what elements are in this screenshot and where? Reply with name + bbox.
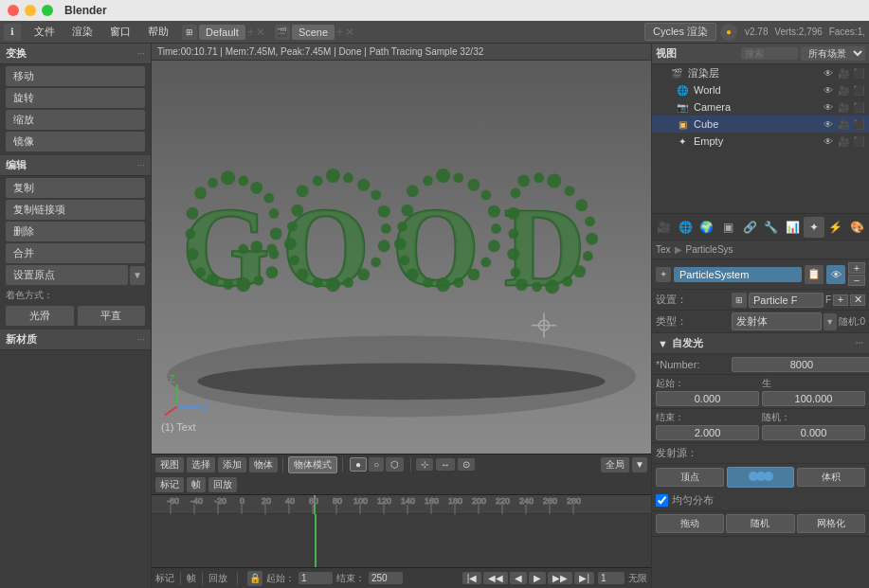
vp-object-btn[interactable]: 物体 bbox=[249, 457, 278, 472]
empty-eye-btn[interactable]: 👁 bbox=[822, 134, 835, 148]
vp-select-btn[interactable]: 选择 bbox=[187, 457, 215, 472]
emission-header[interactable]: ▼ 自发光 ··· bbox=[652, 333, 869, 354]
tl-end-input[interactable]: 250 bbox=[369, 572, 403, 584]
set-origin-btn[interactable]: 设置原点 bbox=[6, 265, 128, 285]
cube-cam-btn[interactable]: 🎥 bbox=[837, 117, 850, 131]
delete-btn[interactable]: 删除 bbox=[6, 222, 145, 241]
outliner-item-render-layer[interactable]: 🎬 渲染层 👁 🎥 ⬛ bbox=[652, 64, 869, 81]
blender-logo[interactable]: ℹ bbox=[4, 24, 21, 41]
number-input[interactable]: 8000 bbox=[732, 357, 869, 372]
props-data-btn[interactable]: 📊 bbox=[783, 217, 804, 238]
type-dropdown[interactable]: 发射体 bbox=[732, 312, 822, 330]
outliner-item-cube[interactable]: ▣ Cube 👁 🎥 ⬛ bbox=[652, 116, 869, 133]
eye-btn[interactable]: 👁 bbox=[822, 66, 835, 80]
cam-btn[interactable]: 🎥 bbox=[837, 66, 850, 80]
props-scene-btn[interactable]: 🌐 bbox=[676, 217, 697, 238]
props-physics-btn[interactable]: ⚡ bbox=[825, 217, 846, 238]
render-btn[interactable]: ⬛ bbox=[852, 66, 865, 80]
maximize-window-button[interactable] bbox=[42, 5, 53, 16]
empty-cam-btn[interactable]: 🎥 bbox=[837, 134, 850, 148]
source-vertex-btn[interactable]: 顶点 bbox=[656, 468, 724, 487]
ps-minus-btn[interactable]: − bbox=[848, 275, 865, 286]
world-render-btn[interactable]: ⬛ bbox=[852, 83, 865, 97]
empty-render-btn[interactable]: ⬛ bbox=[852, 134, 865, 148]
props-render-btn[interactable]: 🎥 bbox=[654, 217, 675, 238]
manipulator-btn[interactable]: ↔ bbox=[436, 458, 455, 471]
props-particle-btn[interactable]: ✦ bbox=[804, 217, 824, 238]
minimize-window-button[interactable] bbox=[25, 5, 36, 16]
settings-minus-btn[interactable]: ✕ bbox=[850, 294, 865, 306]
type-dropdown-arrow[interactable]: ▼ bbox=[824, 313, 837, 330]
tl-lock-btn[interactable]: 🔒 bbox=[247, 571, 263, 586]
ps-active-btn[interactable]: 👁 bbox=[826, 265, 845, 284]
global-dropdown[interactable]: ▼ bbox=[632, 457, 647, 472]
jump-end-btn[interactable]: ▶| bbox=[574, 572, 594, 584]
global-local-btn[interactable]: 全局 bbox=[601, 457, 629, 472]
workspace-selector[interactable]: Default bbox=[199, 25, 245, 40]
camera-cam-btn[interactable]: 🎥 bbox=[837, 100, 850, 114]
outliner-item-camera[interactable]: 📷 Camera 👁 🎥 ⬛ bbox=[652, 98, 869, 116]
vp-mode-btn[interactable]: 物体模式 bbox=[288, 456, 337, 473]
source-volume-btn[interactable]: 体积 bbox=[797, 468, 865, 487]
wire-mode-btn[interactable]: ○ bbox=[369, 457, 384, 472]
next-frame-btn[interactable]: ▶▶ bbox=[548, 572, 572, 584]
vp-add-btn[interactable]: 添加 bbox=[218, 457, 246, 472]
vp-view-btn[interactable]: 视图 bbox=[155, 457, 184, 472]
transform-panel-header[interactable]: 变换 ··· bbox=[0, 44, 151, 64]
set-origin-dropdown[interactable]: ▼ bbox=[130, 266, 145, 285]
cube-render-btn[interactable]: ⬛ bbox=[852, 117, 865, 131]
props-constraints-btn[interactable]: 🔗 bbox=[739, 217, 760, 238]
outliner-item-world[interactable]: 🌐 World 👁 🎥 ⬛ bbox=[652, 81, 869, 98]
render-engine-btn[interactable]: Cycles 渲染 bbox=[644, 23, 716, 41]
grid-btn[interactable]: 网格化 bbox=[797, 514, 865, 533]
world-eye-btn[interactable]: 👁 bbox=[822, 83, 835, 97]
prev-frame-btn[interactable]: ◀◀ bbox=[483, 572, 508, 584]
props-world-btn[interactable]: 🌍 bbox=[697, 217, 717, 238]
outliner-filter[interactable]: 所有场景 bbox=[801, 46, 865, 61]
end-input[interactable]: 2.000 bbox=[656, 425, 759, 440]
menu-render[interactable]: 渲染 bbox=[64, 23, 100, 41]
settings-dropdown[interactable]: Particle F bbox=[749, 293, 824, 308]
tl-current-input[interactable]: 1 bbox=[598, 572, 625, 584]
duplicate-linked-btn[interactable]: 复制链接项 bbox=[6, 200, 145, 220]
menu-file[interactable]: 文件 bbox=[27, 23, 63, 41]
cube-eye-btn[interactable]: 👁 bbox=[822, 117, 835, 131]
solid-mode-btn[interactable]: ● bbox=[350, 457, 367, 472]
smooth-btn[interactable]: 光滑 bbox=[6, 306, 74, 326]
start-input[interactable]: 0.000 bbox=[656, 391, 759, 406]
new-material-panel-header[interactable]: 新材质 ··· bbox=[0, 330, 151, 350]
world-cam-btn[interactable]: 🎥 bbox=[837, 83, 850, 97]
edit-panel-header[interactable]: 编辑 ··· bbox=[0, 155, 151, 176]
timeline-content[interactable] bbox=[152, 514, 651, 567]
menu-window[interactable]: 窗口 bbox=[102, 23, 138, 41]
outliner-item-empty[interactable]: ✦ Empty 👁 🎥 ⬛ bbox=[652, 133, 869, 150]
life-input[interactable]: 100.000 bbox=[762, 391, 865, 406]
move-btn[interactable]: 移动 bbox=[6, 66, 145, 86]
jump-start-btn[interactable]: |◀ bbox=[462, 572, 482, 584]
tl-marker-btn[interactable]: 标记 bbox=[155, 477, 184, 492]
tl-playback-btn[interactable]: 回放 bbox=[208, 477, 237, 492]
proportional-btn[interactable]: ⊙ bbox=[458, 458, 475, 471]
particle-system-name-btn[interactable]: ParticleSystem bbox=[674, 267, 802, 282]
random-order-btn[interactable]: 随机 bbox=[726, 514, 794, 533]
play-btn[interactable]: ▶ bbox=[529, 572, 546, 584]
camera-eye-btn[interactable]: 👁 bbox=[822, 100, 835, 114]
scale-btn[interactable]: 缩放 bbox=[6, 110, 145, 130]
tl-start-input[interactable]: 1 bbox=[299, 572, 333, 584]
settings-plus-btn[interactable]: + bbox=[833, 294, 848, 306]
join-btn[interactable]: 合并 bbox=[6, 243, 145, 263]
mirror-btn[interactable]: 镜像 bbox=[6, 132, 145, 151]
random-input[interactable]: 0.000 bbox=[762, 425, 865, 440]
texture-mode-btn[interactable]: ⬡ bbox=[386, 457, 404, 472]
scene-selector[interactable]: Scene bbox=[292, 25, 335, 40]
props-object-btn[interactable]: ▣ bbox=[718, 217, 739, 238]
source-face-btn[interactable] bbox=[727, 467, 795, 488]
camera-render-btn[interactable]: ⬛ bbox=[852, 100, 865, 114]
close-window-button[interactable] bbox=[8, 5, 19, 16]
ps-plus-btn[interactable]: + bbox=[848, 262, 865, 274]
snap-btn[interactable]: ⊹ bbox=[416, 458, 433, 471]
duplicate-btn[interactable]: 复制 bbox=[6, 178, 145, 198]
props-modifier-btn[interactable]: 🔧 bbox=[761, 217, 782, 238]
tl-frame-btn[interactable]: 帧 bbox=[187, 477, 206, 492]
emit-from-checkbox[interactable] bbox=[656, 494, 668, 507]
